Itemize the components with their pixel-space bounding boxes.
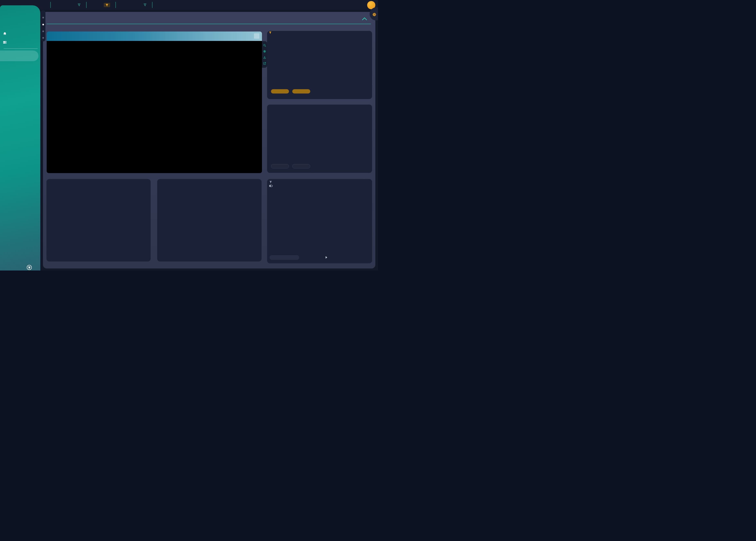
gnn-filter-max-input[interactable] xyxy=(292,89,310,94)
topbar xyxy=(0,0,378,10)
funnel-icon-filled[interactable] xyxy=(105,3,109,7)
gnn-score-panel xyxy=(267,31,372,99)
sidebar-item-start-page[interactable] xyxy=(0,30,40,37)
sidebar xyxy=(0,5,40,270)
collapse-chevron-icon[interactable] xyxy=(362,17,368,21)
gnn-histogram-plot[interactable] xyxy=(267,31,372,99)
gnn-filter-row xyxy=(269,89,310,94)
ml-filter-row xyxy=(269,164,310,169)
biolizard-logo xyxy=(17,265,42,270)
title-underline xyxy=(47,24,371,24)
ml-filter-max-input[interactable] xyxy=(292,164,310,169)
ml-score-panel xyxy=(267,105,372,173)
sidebar-item-task-executions[interactable] xyxy=(0,39,40,46)
nav-dot[interactable] xyxy=(42,37,44,39)
funnel-icon[interactable] xyxy=(143,3,147,7)
separator xyxy=(152,2,153,8)
gear-icon[interactable] xyxy=(263,50,266,53)
home-icon xyxy=(3,32,7,35)
stat-over-represented xyxy=(116,0,152,10)
nav-dot[interactable] xyxy=(42,17,44,18)
nav-dot[interactable] xyxy=(42,31,44,32)
sidebar-active-project[interactable] xyxy=(0,51,38,61)
ppi-network-card xyxy=(47,32,262,173)
pval-scatter-plot[interactable] xyxy=(157,179,262,262)
download-icon[interactable] xyxy=(263,56,266,59)
ml-histogram-plot[interactable] xyxy=(267,105,372,173)
ppi-network-canvas[interactable] xyxy=(47,41,262,173)
search-icon[interactable] xyxy=(263,44,266,47)
next-page-icon[interactable] xyxy=(326,256,329,259)
genes-table-panel xyxy=(267,179,372,264)
page-dot-nav xyxy=(41,10,45,41)
gene-classes-panel xyxy=(46,179,151,262)
plot-tools-rail xyxy=(262,41,267,68)
app-root xyxy=(0,0,378,270)
nav-dot-active[interactable] xyxy=(42,24,44,25)
topbar-stats xyxy=(50,0,153,10)
gnn-filter-min-input[interactable] xyxy=(271,89,289,94)
network-tooltip-header xyxy=(47,32,262,41)
settings-gear-icon[interactable] xyxy=(372,12,377,17)
search-input[interactable] xyxy=(270,255,299,260)
stat-genes xyxy=(87,0,115,10)
upset-plot[interactable] xyxy=(46,179,151,262)
stat-gene-interactions xyxy=(51,0,86,10)
lizard-icon xyxy=(27,265,32,270)
pval-vs-qval-panel xyxy=(157,179,262,262)
stat-value-block[interactable] xyxy=(77,3,81,7)
stat-value-block[interactable] xyxy=(143,3,147,7)
open-external-icon[interactable] xyxy=(263,62,266,65)
funnel-icon[interactable] xyxy=(77,3,81,7)
zoom-plus-button[interactable] xyxy=(254,33,259,39)
table-body xyxy=(267,179,372,264)
ml-filter-min-input[interactable] xyxy=(271,164,289,169)
stat-value-block-active-filter[interactable] xyxy=(104,3,110,7)
tasks-icon xyxy=(3,40,7,44)
